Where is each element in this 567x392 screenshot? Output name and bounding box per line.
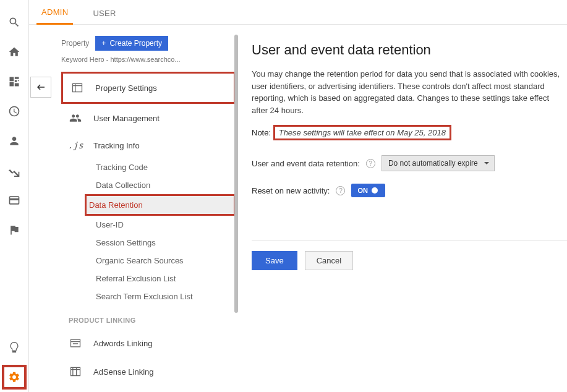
section-product-linking: PRODUCT LINKING <box>61 305 236 329</box>
menu-property-settings[interactable]: Property Settings <box>61 72 236 104</box>
note-text: These settings will take effect on May 2… <box>273 125 451 140</box>
menu-adexchange-linking[interactable]: Ad Exchange Linking <box>61 386 236 392</box>
person-icon[interactable] <box>2 129 27 153</box>
conversion-icon[interactable] <box>2 158 27 183</box>
left-rail <box>0 0 29 392</box>
window-icon <box>70 82 84 94</box>
sub-search-term-exclusion[interactable]: Search Term Exclusion List <box>88 288 236 305</box>
plus-icon: + <box>101 39 106 48</box>
page-description: You may change the retention period for … <box>252 68 567 116</box>
menu-label: Property Settings <box>95 83 157 93</box>
reset-toggle[interactable]: ON <box>351 184 385 197</box>
sub-data-retention[interactable]: Data Retention <box>85 194 236 216</box>
sub-referral-exclusion[interactable]: Referral Exclusion List <box>88 270 236 288</box>
search-icon[interactable] <box>2 10 27 35</box>
page-title: User and event data retention <box>252 42 567 58</box>
help-icon[interactable]: ? <box>366 159 375 168</box>
retention-label: User and event data retention: <box>252 159 360 168</box>
people-icon <box>69 112 82 124</box>
property-label: Property <box>61 39 89 48</box>
adsense-icon <box>69 365 82 378</box>
js-icon: .js <box>69 140 82 150</box>
menu-tracking-info[interactable]: .js Tracking Info <box>61 132 236 158</box>
menu-label: Tracking Info <box>93 141 140 150</box>
adwords-icon <box>69 337 82 349</box>
note-label: Note: <box>252 128 271 137</box>
menu-label: User Management <box>93 114 160 123</box>
home-icon[interactable] <box>2 40 27 64</box>
tab-user[interactable]: USER <box>88 2 121 24</box>
flag-icon[interactable] <box>2 218 27 242</box>
help-icon[interactable]: ? <box>336 186 345 195</box>
tab-admin[interactable]: ADMIN <box>36 1 73 25</box>
create-property-button[interactable]: +Create Property <box>95 36 168 51</box>
menu-label: AdSense Linking <box>93 367 154 377</box>
card-icon[interactable] <box>2 188 27 213</box>
menu-adsense-linking[interactable]: AdSense Linking <box>61 357 236 386</box>
menu-user-management[interactable]: User Management <box>61 104 236 132</box>
clock-icon[interactable] <box>2 99 27 124</box>
sub-user-id[interactable]: User-ID <box>88 216 236 234</box>
sub-session-settings[interactable]: Session Settings <box>88 234 236 252</box>
property-sidebar: Property +Create Property Keyword Hero -… <box>29 25 236 392</box>
dashboard-icon[interactable] <box>2 69 27 94</box>
sub-tracking-code[interactable]: Tracking Code <box>88 158 236 176</box>
save-button[interactable]: Save <box>252 251 297 270</box>
menu-label: Adwords Linking <box>93 339 152 348</box>
sub-data-collection[interactable]: Data Collection <box>88 176 236 194</box>
bulb-icon[interactable] <box>2 335 27 360</box>
back-button[interactable] <box>30 77 51 98</box>
admin-tabs: ADMIN USER <box>29 0 567 25</box>
gear-icon[interactable] <box>2 365 27 390</box>
main-content: User and event data retention You may ch… <box>236 25 567 392</box>
reset-label: Reset on new activity: <box>252 186 330 195</box>
menu-adwords-linking[interactable]: Adwords Linking <box>61 329 236 357</box>
sub-organic-search[interactable]: Organic Search Sources <box>88 252 236 270</box>
property-selector[interactable]: Keyword Hero - https://www.searchco... <box>61 56 236 63</box>
cancel-button[interactable]: Cancel <box>305 251 353 270</box>
retention-select[interactable]: Do not automatically expire <box>382 155 495 171</box>
